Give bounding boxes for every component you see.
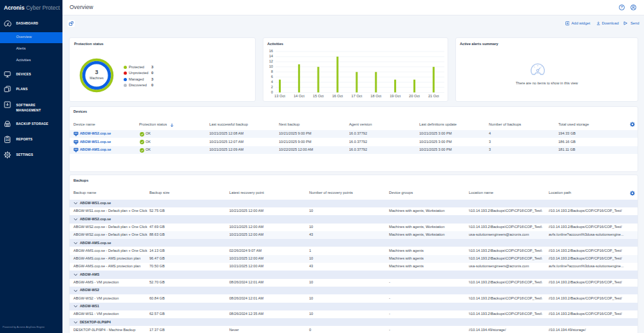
- svg-text:10: 10: [6, 138, 10, 142]
- svg-text:?: ?: [621, 5, 623, 9]
